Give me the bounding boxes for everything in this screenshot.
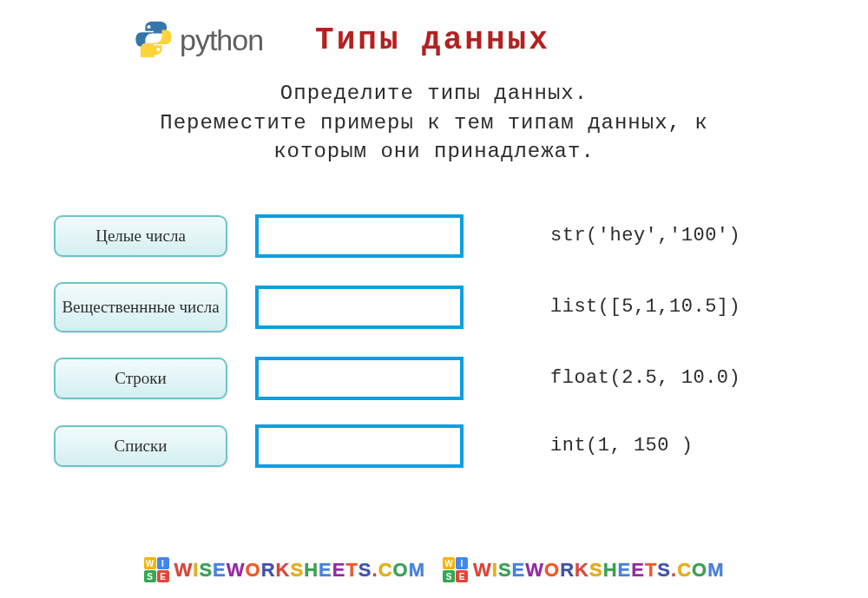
category-label-floats[interactable]: Вещественнные числа bbox=[54, 282, 227, 332]
brand-text: python bbox=[180, 23, 263, 57]
watermark-grid-icon: W I S E bbox=[443, 557, 468, 582]
worksheet-row: Целые числа str('hey','100') bbox=[54, 214, 868, 258]
instructions-line: Определите типы данных. bbox=[0, 79, 868, 108]
instructions-line: которым они принадлежат. bbox=[0, 137, 868, 167]
category-label-integers[interactable]: Целые числа bbox=[54, 215, 227, 257]
watermark-block: W I S E WISEWORKSHEETS.COM bbox=[144, 557, 426, 582]
wm-cell: W bbox=[443, 557, 455, 569]
worksheet-area: Целые числа str('hey','100') Вещественнн… bbox=[0, 214, 868, 468]
wm-cell: S bbox=[144, 570, 156, 582]
page-title: Типы данных bbox=[315, 23, 550, 58]
draggable-example-str[interactable]: str('hey','100') bbox=[550, 225, 740, 246]
wm-cell: E bbox=[157, 570, 169, 582]
category-label-text: Списки bbox=[115, 437, 168, 456]
worksheet-row: Вещественнные числа list([5,1,10.5]) bbox=[54, 282, 868, 332]
category-label-lists[interactable]: Списки bbox=[54, 425, 227, 467]
logo-group: python bbox=[135, 19, 263, 62]
wm-cell: W bbox=[144, 557, 156, 569]
watermark-text-2: WISEWORKSHEETS.COM bbox=[473, 559, 725, 582]
watermark-grid-icon: W I S E bbox=[144, 557, 169, 582]
category-label-text: Целые числа bbox=[95, 227, 186, 246]
category-label-strings[interactable]: Строки bbox=[54, 358, 227, 399]
watermark-text-1: WISEWORKSHEETS.COM bbox=[174, 559, 426, 582]
dropzone-lists[interactable] bbox=[255, 424, 464, 468]
instructions-line: Переместите примеры к тем типам данных, … bbox=[0, 108, 868, 138]
category-label-text: Строки bbox=[115, 369, 166, 388]
python-logo-icon bbox=[135, 19, 173, 62]
wm-cell: I bbox=[157, 557, 169, 569]
instructions: Определите типы данных. Переместите прим… bbox=[0, 79, 868, 167]
category-label-text: Вещественнные числа bbox=[62, 298, 219, 317]
watermark-block: W I S E WISEWORKSHEETS.COM bbox=[443, 557, 725, 582]
wm-cell: I bbox=[456, 557, 468, 569]
draggable-example-float[interactable]: float(2.5, 10.0) bbox=[550, 367, 740, 389]
worksheet-row: Строки float(2.5, 10.0) bbox=[54, 357, 868, 400]
wm-cell: E bbox=[456, 570, 468, 582]
dropzone-integers[interactable] bbox=[255, 214, 464, 258]
wm-cell: S bbox=[443, 570, 455, 582]
watermark: W I S E WISEWORKSHEETS.COM W I S E WISEW… bbox=[0, 557, 868, 582]
header: python Типы данных bbox=[0, 0, 868, 62]
dropzone-strings[interactable] bbox=[255, 357, 464, 400]
worksheet-row: Списки int(1, 150 ) bbox=[54, 424, 868, 468]
dropzone-floats[interactable] bbox=[255, 286, 464, 329]
draggable-example-int[interactable]: int(1, 150 ) bbox=[550, 435, 693, 457]
draggable-example-list[interactable]: list([5,1,10.5]) bbox=[550, 296, 740, 318]
